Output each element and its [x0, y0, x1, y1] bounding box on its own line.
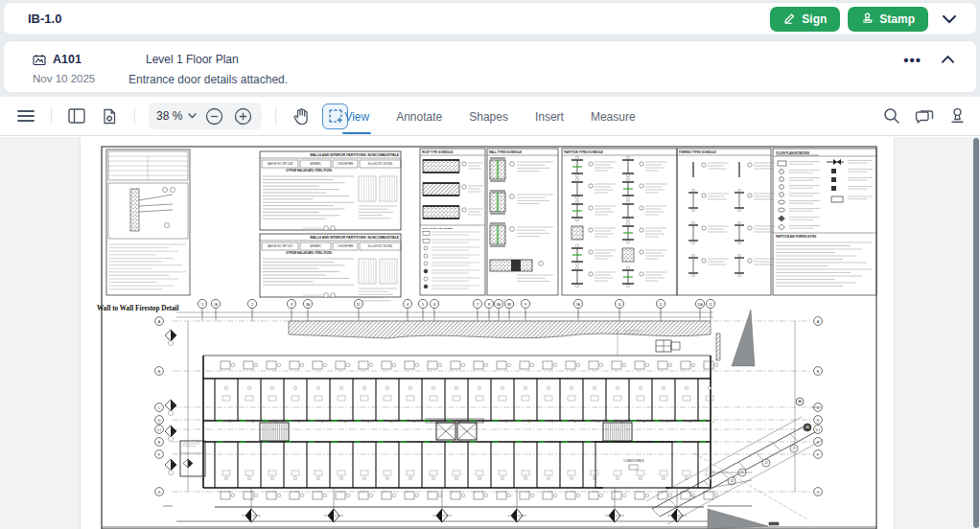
sign-pen-icon	[783, 12, 796, 25]
sheet-date: Nov 10 2025	[33, 73, 95, 84]
zoom-level-value[interactable]: 38 %	[156, 109, 182, 123]
svg-text:21: 21	[740, 471, 744, 474]
sign-button[interactable]: Sign	[770, 7, 840, 32]
svg-text:G: G	[158, 491, 161, 494]
drawing-sheet: Wall to Wall Firestop DetailWALLS AND IN…	[81, 137, 896, 529]
svg-text:GA FILE NO. WP 1072: GA FILE NO. WP 1072	[268, 244, 293, 248]
svg-text:Wall to Wall Firestop Detail: Wall to Wall Firestop Detail	[97, 305, 179, 312]
tab-shapes[interactable]: Shapes	[469, 97, 508, 136]
svg-text:B: B	[158, 370, 161, 374]
pdf-viewer: 38 %	[0, 97, 980, 529]
svg-text:23: 23	[792, 447, 796, 450]
stamp-icon	[861, 12, 874, 25]
svg-text:D: D	[158, 419, 161, 423]
svg-text:AA: AA	[798, 400, 802, 403]
toolbar-divider	[275, 107, 276, 125]
vertical-scrollbar-thumb[interactable]	[973, 138, 979, 528]
sign-button-label: Sign	[802, 12, 827, 26]
svg-text:20: 20	[730, 479, 734, 483]
svg-text:D.1: D.1	[157, 428, 162, 432]
collapse-topbar-chevron-down-icon[interactable]	[936, 11, 963, 28]
pan-hand-icon[interactable]	[290, 104, 313, 127]
svg-text:WALLS AND INTERIOR PARTITIONS:: WALLS AND INTERIOR PARTITIONS: NONCOMBUS…	[310, 236, 400, 240]
sheet-page: Wall to Wall Firestop DetailWALLS AND IN…	[80, 137, 895, 529]
svg-text:GA FILE NO. WP 1548: GA FILE NO. WP 1548	[268, 162, 293, 166]
svg-text:A: A	[817, 320, 820, 324]
svg-text:ROOF TYPE SCHEDULE: ROOF TYPE SCHEDULE	[422, 150, 453, 154]
viewer-toolbar: 38 %	[0, 97, 980, 136]
svg-text:ROOF NOTES AND LEGEND: ROOF NOTES AND LEGEND	[422, 227, 453, 230]
svg-text:GENERIC: GENERIC	[310, 162, 321, 166]
sidebar-panel-icon[interactable]	[65, 104, 88, 127]
svg-text:B: B	[817, 370, 820, 374]
sheet-title: Level 1 Floor Plan	[146, 53, 239, 66]
svg-text:G: G	[817, 491, 820, 494]
svg-text:GENERIC: GENERIC	[310, 244, 321, 248]
svg-text:PARTITION TYPES SCHEDULE: PARTITION TYPES SCHEDULE	[564, 150, 603, 154]
svg-text:C: C	[158, 406, 161, 410]
zoom-controls: 38 %	[149, 103, 262, 129]
zoom-in-icon[interactable]	[231, 104, 254, 127]
document-card-row: A101	[33, 53, 82, 66]
stamp-tool-icon[interactable]	[945, 104, 968, 127]
svg-text:10: 10	[618, 303, 621, 307]
svg-text:D.1: D.1	[816, 428, 821, 432]
stamp-button[interactable]: Stamp	[848, 7, 928, 32]
blueprint-icon	[33, 54, 46, 66]
collapse-card-chevron-up-icon[interactable]	[935, 51, 961, 68]
svg-text:WALL TYPES SCHEDULE: WALL TYPES SCHEDULE	[489, 150, 522, 154]
tab-insert[interactable]: Insert	[535, 97, 564, 136]
svg-text:12: 12	[709, 303, 712, 307]
svg-text:45 to 49 STC SOUND: 45 to 49 STC SOUND	[368, 244, 392, 248]
svg-text:FURRING TYPES SCHEDULE: FURRING TYPES SCHEDULE	[679, 150, 716, 154]
toolbar-divider	[51, 107, 52, 125]
svg-text:22: 22	[764, 461, 768, 465]
svg-text:C: C	[817, 406, 820, 410]
svg-text:PARTITION AND FURRING NOTES: PARTITION AND FURRING NOTES	[776, 235, 816, 239]
svg-text:GYPSUM WALLBOARD, STEEL STUDS: GYPSUM WALLBOARD, STEEL STUDS	[286, 251, 332, 255]
tab-view[interactable]: View	[344, 97, 369, 136]
document-card: A101 Level 1 Floor Plan Nov 10 2025 Entr…	[3, 40, 977, 93]
svg-text:1 HOUR FIRE: 1 HOUR FIRE	[338, 244, 354, 248]
svg-text:A: A	[158, 320, 161, 324]
svg-text:FLOOR PLAN NOTATIONS: FLOOR PLAN NOTATIONS	[776, 151, 809, 155]
document-set-title: IB-1.0	[28, 12, 61, 26]
svg-text:GYPSUM WALLBOARD, STEEL STUDS: GYPSUM WALLBOARD, STEEL STUDS	[286, 169, 332, 172]
tab-annotate[interactable]: Annotate	[396, 97, 442, 136]
svg-text:D: D	[817, 419, 820, 423]
toolbar-right-group	[880, 104, 968, 127]
svg-text:3C: 3C	[357, 303, 362, 307]
top-bar: IB-1.0 Sign Stamp	[3, 2, 977, 35]
svg-text:11A: 11A	[697, 303, 703, 307]
svg-text:11: 11	[659, 303, 663, 307]
svg-text:2 HOUR FIRE: 2 HOUR FIRE	[338, 162, 354, 166]
stamp-button-label: Stamp	[879, 12, 915, 26]
more-options-ellipsis-icon[interactable]: •••	[903, 52, 922, 68]
document-card-actions: •••	[903, 51, 961, 68]
svg-text:8B: 8B	[507, 303, 511, 307]
toolbar-left-group: 38 %	[14, 103, 348, 129]
svg-text:COMMON SPACE: COMMON SPACE	[623, 459, 644, 463]
comments-icon[interactable]	[913, 104, 936, 127]
svg-text:BB: BB	[805, 426, 809, 429]
tab-measure[interactable]: Measure	[591, 97, 636, 136]
toolbar-divider	[134, 107, 135, 125]
document-settings-icon[interactable]	[98, 104, 121, 127]
svg-text:E: E	[158, 441, 161, 445]
drawing-canvas[interactable]: Wall to Wall Firestop DetailWALLS AND IN…	[0, 137, 980, 529]
svg-text:60 to 64 STC SOUND: 60 to 64 STC SOUND	[368, 162, 392, 166]
menu-hamburger-icon[interactable]	[14, 104, 37, 127]
topbar-actions: Sign Stamp	[770, 7, 963, 32]
zoom-chevron-down-icon[interactable]	[188, 113, 197, 119]
search-icon[interactable]	[880, 104, 903, 127]
sheet-number: A101	[53, 53, 82, 66]
sheet-description: Entrance door details attached.	[128, 73, 288, 86]
svg-text:WALLS AND INTERIOR PARTITIONS:: WALLS AND INTERIOR PARTITIONS: NONCOMBUS…	[310, 153, 400, 157]
zoom-out-icon[interactable]	[202, 104, 225, 127]
